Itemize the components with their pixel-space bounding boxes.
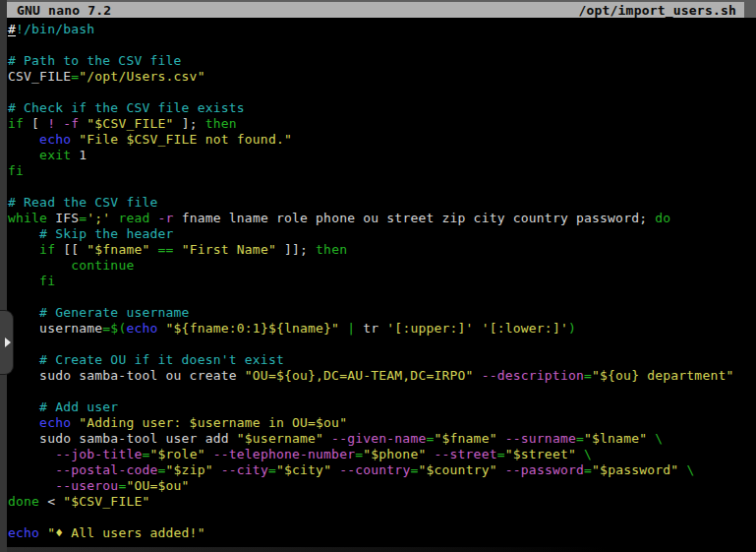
code-token: read bbox=[118, 211, 149, 225]
code-token: ]; bbox=[174, 116, 205, 131]
code-token bbox=[205, 447, 213, 461]
code-token bbox=[213, 462, 221, 477]
code-token bbox=[8, 148, 39, 162]
cursor: # bbox=[8, 22, 16, 36]
code-token: then bbox=[316, 242, 347, 257]
code-token bbox=[8, 478, 55, 493]
code-line bbox=[8, 337, 753, 352]
code-token: if bbox=[39, 242, 55, 257]
code-line bbox=[8, 289, 753, 305]
code-line: sudo samba-tool ou create "OU=${ou},DC=A… bbox=[8, 368, 753, 384]
code-token: = bbox=[576, 431, 584, 446]
code-token: --street bbox=[434, 447, 496, 461]
code-token: # Read the CSV file bbox=[8, 195, 158, 210]
nano-version-title: GNU nano 7.2 bbox=[17, 3, 111, 18]
code-line bbox=[8, 37, 753, 53]
code-token bbox=[474, 321, 482, 336]
code-token: --city bbox=[221, 462, 268, 477]
code-token: # Add user bbox=[39, 399, 118, 414]
code-token: while bbox=[8, 211, 47, 225]
code-line: # Skip the header bbox=[8, 226, 753, 242]
code-line: done < "$CSV_FILE" bbox=[8, 494, 753, 510]
titlebar-right-cap bbox=[744, 2, 756, 18]
code-token: --description bbox=[482, 368, 584, 383]
code-line: if [[ "$fname" == "First Name" ]]; then bbox=[8, 242, 753, 258]
code-token: do bbox=[655, 211, 670, 225]
code-token: echo bbox=[39, 132, 71, 147]
editor-screen[interactable]: #!/bin/bash# Path to the CSV fileCSV_FIL… bbox=[8, 22, 753, 547]
code-token: "$password" bbox=[592, 462, 678, 477]
code-token: --country bbox=[339, 462, 410, 477]
code-token bbox=[8, 132, 39, 147]
side-drawer-handle[interactable] bbox=[0, 310, 14, 375]
nano-titlebar: GNU nano 7.2 /opt/import_users.sh bbox=[7, 2, 744, 18]
code-token: "$phone" bbox=[363, 447, 426, 461]
code-token: [[ bbox=[55, 242, 87, 257]
code-token: sudo samba-tool user add bbox=[8, 431, 237, 446]
code-token: "Adding user: $username in OU=$ou" bbox=[79, 415, 347, 430]
code-line: fi bbox=[8, 163, 753, 179]
code-line: #!/bin/bash bbox=[8, 22, 753, 37]
code-token bbox=[8, 415, 39, 430]
code-token: "$lname" bbox=[584, 431, 647, 446]
window-left-border bbox=[0, 0, 7, 552]
code-token bbox=[497, 431, 505, 446]
code-line: # Path to the CSV file bbox=[8, 53, 753, 69]
code-token: sudo samba-tool ou create bbox=[8, 368, 245, 383]
code-token: "OU=$ou" bbox=[126, 478, 189, 493]
code-token: 1 bbox=[71, 148, 87, 162]
code-token: "$country" bbox=[418, 462, 496, 477]
code-token: !/bin/bash bbox=[16, 22, 94, 36]
code-token: --password bbox=[505, 462, 584, 477]
code-token bbox=[8, 226, 39, 241]
code-token: \ bbox=[686, 462, 694, 477]
terminal-window: GNU nano 7.2 /opt/import_users.sh #!/bin… bbox=[0, 0, 756, 552]
code-line: # Read the CSV file bbox=[8, 195, 753, 211]
code-token bbox=[576, 447, 584, 461]
code-token: "${fname:0:1}${lname}" bbox=[166, 321, 340, 336]
code-line: --postal-code="$zip" --city="$city" --co… bbox=[8, 462, 753, 478]
code-token: IFS bbox=[47, 211, 79, 225]
code-token bbox=[8, 274, 39, 288]
code-token: == bbox=[158, 242, 174, 257]
code-token: "$fname" bbox=[87, 242, 149, 257]
code-token bbox=[158, 321, 166, 336]
code-token: exit bbox=[39, 148, 71, 162]
code-token bbox=[8, 447, 55, 461]
code-token bbox=[8, 242, 39, 257]
code-line: # Add user bbox=[8, 399, 753, 415]
code-token: "$street" bbox=[505, 447, 576, 461]
code-token: | bbox=[347, 321, 355, 336]
code-token: =$( bbox=[102, 321, 126, 336]
code-token bbox=[497, 462, 505, 477]
code-token: = bbox=[158, 462, 166, 477]
code-token: CSV_FILE bbox=[8, 69, 71, 84]
code-token: fi bbox=[8, 163, 24, 178]
code-token: --telephone-number bbox=[213, 447, 355, 461]
code-token: "OU=${ou},DC=AU-TEAM,DC=IRPO" bbox=[245, 368, 474, 383]
code-token: "File $CSV_FILE not found." bbox=[79, 132, 292, 147]
code-token: "$role" bbox=[150, 447, 205, 461]
code-line: while IFS=';' read -r fname lname role p… bbox=[8, 211, 753, 226]
code-line: # Create OU if it doesn't exist bbox=[8, 352, 753, 368]
code-line: echo "File $CSV_FILE not found." bbox=[8, 132, 753, 148]
code-token: = bbox=[268, 462, 276, 477]
code-token bbox=[174, 242, 182, 257]
code-token: --job-title bbox=[55, 447, 142, 461]
code-token bbox=[55, 116, 63, 131]
code-token: < bbox=[39, 494, 63, 509]
code-token bbox=[150, 211, 158, 225]
code-token: "${ou} department" bbox=[592, 368, 733, 383]
code-token: fname lname role phone ou street zip cit… bbox=[174, 211, 656, 225]
code-token: -r bbox=[158, 211, 174, 225]
code-token: "$fname" bbox=[434, 431, 496, 446]
code-line bbox=[8, 510, 753, 525]
code-line: username=$(echo "${fname:0:1}${lname}" |… bbox=[8, 321, 753, 337]
code-token: if bbox=[8, 116, 24, 131]
code-line bbox=[8, 179, 753, 195]
code-token: "$CSV_FILE" bbox=[87, 116, 173, 131]
code-token: ]]; bbox=[276, 242, 316, 257]
code-token: "$CSV_FILE" bbox=[63, 494, 149, 509]
code-line: exit 1 bbox=[8, 148, 753, 163]
code-line: echo "Adding user: $username in OU=$ou" bbox=[8, 415, 753, 431]
